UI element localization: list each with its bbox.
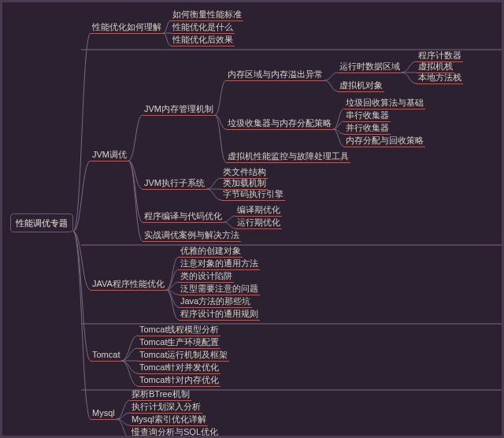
node-d4[interactable]: Tomcat针对并发优化 <box>138 362 220 374</box>
node-b23[interactable]: 字节码执行引擎 <box>221 188 285 201</box>
node-d3[interactable]: Tomcat运行机制及框架 <box>138 349 229 362</box>
node-b112[interactable]: 虚拟机对象 <box>338 80 384 92</box>
node-b111[interactable]: 运行时数据区域 <box>338 61 402 73</box>
node-b32[interactable]: 运行期优化 <box>235 217 282 229</box>
node-d5[interactable]: Tomcat针对内存优化 <box>138 374 220 387</box>
node-a1[interactable]: 如何衡量性能标准 <box>171 9 243 21</box>
node-b[interactable]: JVM调优 <box>91 149 128 161</box>
node-b2[interactable]: JVM执行子系统 <box>143 177 206 190</box>
root-node[interactable]: 性能调优专题 <box>10 213 73 232</box>
node-d2[interactable]: Tomcat生产环境配置 <box>138 336 220 349</box>
node-e2[interactable]: 执行计划深入分析 <box>130 401 202 414</box>
node-d1[interactable]: Tomcat线程模型分析 <box>138 324 220 336</box>
node-b3[interactable]: 程序编译与代码优化 <box>143 210 224 223</box>
node-b123[interactable]: 并行收集器 <box>344 122 391 135</box>
node-c3[interactable]: 类的设计陷阱 <box>179 270 234 283</box>
node-c1[interactable]: 优雅的创建对象 <box>179 245 243 258</box>
node-e[interactable]: Mysql <box>91 407 117 420</box>
node-c4[interactable]: 泛型需要注意的问题 <box>179 283 260 295</box>
node-b1[interactable]: JVM内存管理机制 <box>143 103 215 116</box>
node-c2[interactable]: 注意对象的通用方法 <box>179 258 260 270</box>
node-a[interactable]: 性能优化如何理解 <box>91 21 163 34</box>
node-b1113[interactable]: 本地方法栈 <box>417 72 463 84</box>
node-b12[interactable]: 垃圾收集器与内存分配策略 <box>226 117 333 130</box>
node-a3[interactable]: 性能优化后效果 <box>171 34 235 46</box>
node-b121[interactable]: 垃圾回收算法与基础 <box>344 97 425 110</box>
node-b13[interactable]: 虚拟机性能监控与故障处理工具 <box>226 150 350 163</box>
node-c5[interactable]: Java方法的那些坑 <box>179 295 252 308</box>
node-e1[interactable]: 探析BTree机制 <box>130 388 191 401</box>
node-b11[interactable]: 内存区域与内存溢出异常 <box>226 69 324 81</box>
node-b4[interactable]: 实战调优案例与解决方法 <box>143 229 241 242</box>
node-d[interactable]: Tomcat <box>91 349 121 362</box>
node-c6[interactable]: 程序设计的通用规则 <box>179 308 260 321</box>
node-e3[interactable]: Mysql索引优化详解 <box>130 414 208 426</box>
node-e4[interactable]: 慢查询分析与SQL优化 <box>130 426 220 438</box>
node-c[interactable]: JAVA程序性能优化 <box>91 278 166 291</box>
mindmap-canvas: { "root": {"id":"r","text":"性能调优专题","x":… <box>0 0 504 438</box>
node-b122[interactable]: 串行收集器 <box>344 110 391 122</box>
node-b124[interactable]: 内存分配与回收策略 <box>344 135 425 147</box>
node-b31[interactable]: 编译期优化 <box>235 204 282 217</box>
node-a2[interactable]: 性能优化是什么 <box>171 21 235 34</box>
